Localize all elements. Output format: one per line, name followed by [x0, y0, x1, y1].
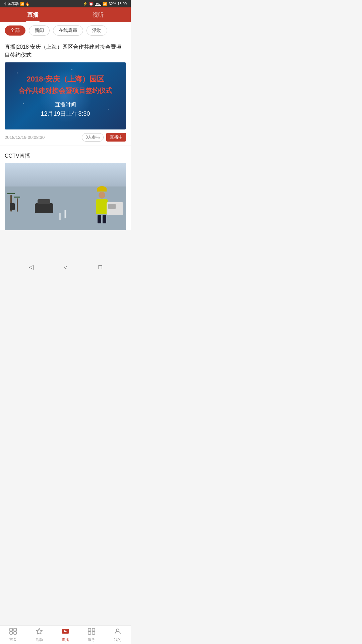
status-right: ⚡ ⏰ HD 📶 32% 13:09 [83, 2, 127, 6]
road-marking [65, 210, 66, 218]
time-text: 13:09 [117, 2, 127, 6]
system-nav: ◁ ○ □ [0, 261, 131, 273]
cctv-section[interactable]: CCTV直播 [0, 149, 131, 230]
article-title: 直播|2018·安庆（上海）园区合作共建对接会暨项目签约仪式 [5, 43, 126, 59]
banner-title-line1: 2018·安庆（上海）园区 [18, 74, 112, 84]
banner-time-label: 直播时间 [18, 101, 112, 108]
banner-content: 2018·安庆（上海）园区 合作共建对接会暨项目签约仪式 直播时间 12月19日… [15, 71, 116, 121]
sky-bg [5, 163, 126, 186]
filter-event[interactable]: 活动 [86, 25, 107, 36]
hd-icon: HD [95, 2, 101, 6]
status-bar: 中国移动 📶 🔥 ⚡ ⏰ HD 📶 32% 13:09 [0, 0, 131, 7]
alarm-icon: ⏰ [89, 2, 94, 6]
article-meta: 2018/12/19 00:08:30 8人参与 直播中 [5, 129, 126, 146]
tree-decoration2 [14, 197, 20, 212]
motorcycle [10, 203, 15, 210]
article-banner[interactable]: 2018·安庆（上海）园区 合作共建对接会暨项目签约仪式 直播时间 12月19日… [5, 62, 126, 129]
carrier-text: 中国移动 [4, 1, 19, 6]
bottom-spacer [0, 230, 131, 261]
article-card-1[interactable]: 直播|2018·安庆（上海）园区合作共建对接会暨项目签约仪式 2018·安庆（上… [0, 39, 131, 146]
tab-live[interactable]: 直播 [0, 7, 65, 22]
bluetooth-icon: ⚡ [83, 2, 87, 6]
header-tabs: 直播 视听 [0, 7, 131, 22]
cctv-banner[interactable] [5, 163, 126, 230]
battery-text: 32% [109, 2, 116, 6]
live-status-badge[interactable]: 直播中 [106, 133, 126, 142]
article-actions: 8人参与 直播中 [82, 133, 126, 142]
banner-title-line2: 合作共建对接会暨项目签约仪式 [18, 86, 112, 95]
filter-bar: 全部 新闻 在线庭审 活动 [0, 22, 131, 39]
participants-badge: 8人参与 [82, 133, 104, 142]
filter-court[interactable]: 在线庭审 [53, 25, 83, 36]
status-left: 中国移动 📶 🔥 [4, 1, 29, 6]
carrier-icon: 📶 [20, 2, 24, 6]
worker-figure [96, 186, 108, 223]
truck-vehicle [107, 202, 123, 215]
article-date: 2018/12/19 00:08:30 [5, 135, 45, 140]
wifi-icon: 📶 [103, 2, 107, 6]
banner-time-value: 12月19日上午8:30 [18, 110, 112, 118]
cctv-title: CCTV直播 [5, 153, 126, 160]
back-button[interactable]: ◁ [29, 263, 34, 271]
filter-news[interactable]: 新闻 [29, 25, 50, 36]
recents-button[interactable]: □ [98, 264, 102, 271]
carrier-icon2: 🔥 [25, 2, 29, 6]
tab-media[interactable]: 视听 [65, 7, 131, 22]
car-dark [35, 203, 53, 213]
content-area: 直播|2018·安庆（上海）园区合作共建对接会暨项目签约仪式 2018·安庆（上… [0, 39, 131, 230]
home-button[interactable]: ○ [64, 264, 68, 271]
road-marking2 [59, 213, 61, 220]
filter-all[interactable]: 全部 [5, 25, 25, 36]
